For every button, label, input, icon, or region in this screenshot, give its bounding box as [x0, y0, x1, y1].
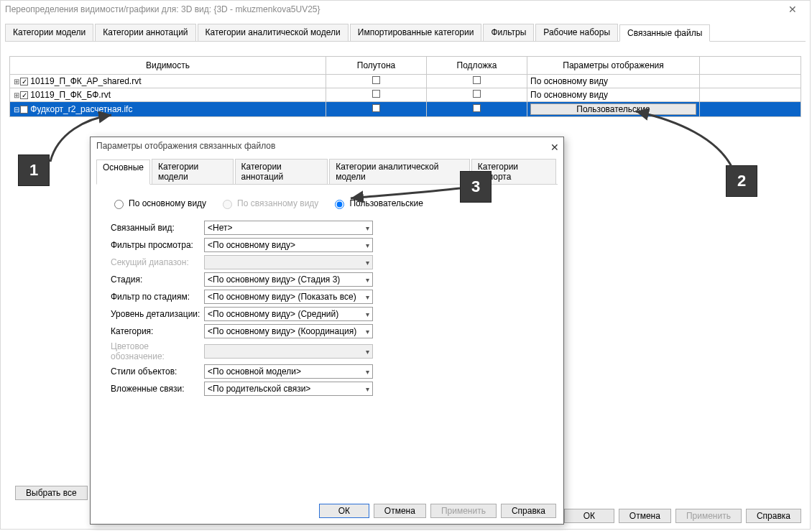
- grid-wrap: Видимость Полутона Подложка Параметры от…: [9, 56, 801, 117]
- label-phase-filter: Фильтр по стадиям:: [111, 292, 204, 302]
- annotation-2: 2: [726, 165, 757, 197]
- row-checkbox[interactable]: [20, 78, 28, 86]
- label-obj-styles: Стили объектов:: [111, 366, 204, 377]
- annotation-3: 3: [460, 171, 492, 203]
- halftone-checkbox: [372, 90, 380, 98]
- row-checkbox[interactable]: [20, 106, 28, 114]
- tab-worksets[interactable]: Рабочие наборы: [535, 24, 618, 41]
- table-row: ⊞ 10119_П_ФК_БФ.rvt По основному виду: [10, 88, 801, 102]
- tab-imported[interactable]: Импортированные категории: [350, 24, 482, 41]
- select-obj-styles[interactable]: <По основной модели>: [204, 364, 373, 379]
- select-view-filters[interactable]: <По основному виду>: [204, 238, 373, 252]
- tab-filters[interactable]: Фильтры: [483, 24, 534, 41]
- dlg-tab-anno[interactable]: Категории аннотаций: [235, 159, 328, 184]
- select-nested[interactable]: <По родительской связи>: [204, 382, 373, 396]
- expand-icon: ⊟: [13, 106, 20, 114]
- underlay-checkbox: [473, 90, 481, 98]
- underlay-checkbox: [473, 76, 481, 84]
- dlg-tab-basics[interactable]: Основные: [96, 160, 150, 185]
- form-rows: Связанный вид:<Нет> Фильтры просмотра:<П…: [91, 215, 563, 402]
- row-checkbox[interactable]: [20, 91, 28, 99]
- col-underlay[interactable]: Подложка: [427, 57, 527, 75]
- label-detail: Уровень детализации:: [111, 309, 204, 319]
- display-settings-dialog: Параметры отображения связанных файлов ✕…: [90, 137, 564, 525]
- tab-model-cat[interactable]: Категории модели: [5, 24, 93, 41]
- dlg-ok-button[interactable]: ОК: [319, 504, 369, 518]
- tab-anno-cat[interactable]: Категории аннотаций: [95, 24, 195, 41]
- halftone-checkbox: [372, 104, 380, 112]
- dlg-help-button[interactable]: Справка: [501, 504, 556, 518]
- dialog-title-bar: Параметры отображения связанных файлов ✕: [91, 137, 563, 154]
- annotation-1: 1: [18, 154, 50, 186]
- label-color-fill: Цветовое обозначение:: [111, 341, 204, 361]
- label-view-range: Секущий диапазон:: [111, 257, 204, 267]
- table-row: ⊞ 10119_П_ФК_АР_shared.rvt По основному …: [10, 75, 801, 88]
- radio-custom[interactable]: Пользовательские: [331, 198, 423, 209]
- radio-by-linked: По связанному виду: [219, 198, 318, 209]
- label-discipline: Категория:: [111, 326, 204, 336]
- cancel-button[interactable]: Отмена: [619, 509, 671, 523]
- halftone-checkbox: [372, 76, 380, 84]
- col-visibility[interactable]: Видимость: [10, 57, 326, 75]
- radio-by-host[interactable]: По основному виду: [111, 198, 206, 209]
- select-discipline[interactable]: <По основному виду> (Координация): [204, 324, 373, 338]
- dialog-title: Параметры отображения связанных файлов: [96, 141, 275, 151]
- dialog-close-icon[interactable]: ✕: [550, 139, 559, 156]
- display-params-button[interactable]: Пользовательские: [530, 103, 696, 115]
- radio-row: По основному виду По связанному виду Пол…: [91, 185, 563, 215]
- dlg-tab-model[interactable]: Категории модели: [152, 159, 234, 184]
- ok-button[interactable]: ОК: [564, 509, 614, 523]
- select-color-fill: [204, 344, 373, 359]
- select-all-button[interactable]: Выбрать все: [15, 486, 88, 500]
- row-name: 10119_П_ФК_АР_shared.rvt: [30, 76, 141, 86]
- row-name: 10119_П_ФК_БФ.rvt: [30, 90, 111, 100]
- apply-button[interactable]: Применить: [675, 509, 742, 523]
- tab-analytical[interactable]: Категории аналитической модели: [198, 24, 349, 41]
- outer-footer: ОК Отмена Применить Справка: [564, 509, 801, 523]
- outer-tabs: Категории модели Категории аннотаций Кат…: [5, 24, 806, 42]
- title-bar: Переопределения видимости/графики для: 3…: [1, 1, 810, 18]
- col-halftone[interactable]: Полутона: [326, 57, 427, 75]
- select-detail[interactable]: <По основному виду> (Средний): [204, 307, 373, 321]
- row-display[interactable]: По основному виду: [527, 75, 700, 88]
- select-phase[interactable]: <По основному виду> (Стадия 3): [204, 272, 373, 287]
- select-linked-view[interactable]: <Нет>: [204, 221, 373, 235]
- select-view-range: [204, 255, 373, 269]
- dialog-footer: ОК Отмена Применить Справка: [319, 504, 556, 518]
- row-display[interactable]: По основному виду: [527, 88, 700, 102]
- dlg-apply-button[interactable]: Применить: [430, 504, 497, 518]
- close-icon[interactable]: ✕: [778, 1, 807, 18]
- expand-icon: ⊞: [13, 78, 20, 86]
- col-display[interactable]: Параметры отображения: [527, 57, 700, 75]
- select-phase-filter[interactable]: <По основному виду> (Показать все): [204, 290, 373, 304]
- linked-files-grid: Видимость Полутона Подложка Параметры от…: [9, 56, 801, 117]
- underlay-checkbox: [473, 104, 481, 112]
- row-name: Фудкорт_r2_расчетная.ifc: [30, 104, 132, 114]
- tab-linked-files[interactable]: Связанные файлы: [619, 24, 710, 42]
- window-title: Переопределения видимости/графики для: 3…: [5, 4, 320, 14]
- label-linked-view: Связанный вид:: [111, 223, 204, 233]
- dlg-cancel-button[interactable]: Отмена: [374, 504, 426, 518]
- expand-icon: ⊞: [13, 91, 20, 99]
- label-phase: Стадия:: [111, 274, 204, 285]
- label-view-filters: Фильтры просмотра:: [111, 240, 204, 250]
- col-spacer: [700, 57, 801, 75]
- help-button[interactable]: Справка: [746, 509, 801, 523]
- label-nested: Вложенные связи:: [111, 384, 204, 394]
- dlg-tab-analytical[interactable]: Категории аналитической модели: [329, 159, 470, 184]
- table-row-selected: ⊟ Фудкорт_r2_расчетная.ifc Пользовательс…: [10, 102, 801, 117]
